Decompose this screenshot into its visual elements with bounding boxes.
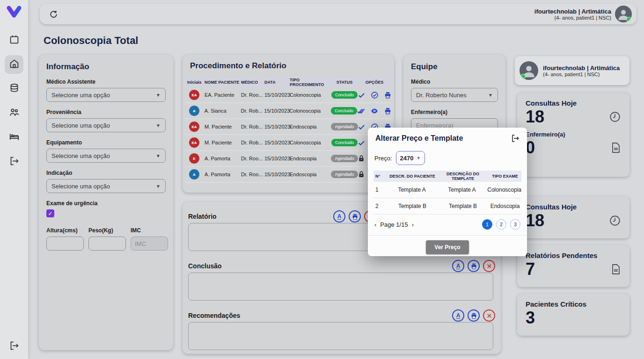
status-badge: Concluido — [331, 107, 357, 115]
eye-icon[interactable] — [370, 107, 379, 115]
relatorios-pendentes-title: Relatórios Pendentes — [526, 251, 621, 259]
medico-label: Médico — [411, 79, 498, 85]
col-descricao-template: DESCRIÇÃO DO TEMPLATE — [437, 172, 489, 181]
font-format-button[interactable]: A — [452, 309, 464, 322]
sidebar-item-database[interactable] — [5, 79, 23, 98]
app-logo-icon — [6, 6, 22, 18]
procedure-type: Colonoscopia — [290, 92, 332, 98]
info-panel: Informação Médico Assistente Selecione u… — [39, 55, 173, 350]
sidebar-bottom-logout[interactable] — [0, 341, 28, 352]
sidebar-item-logout[interactable] — [5, 152, 23, 171]
status-badge: Agendado — [331, 171, 358, 178]
pacientes-criticos-value: 3 — [526, 308, 535, 327]
imc-input — [131, 237, 168, 251]
patient-name: A. Pamorta — [204, 156, 241, 161]
stats-card-criticos: Pacientes Críticos 3 — [517, 294, 629, 336]
check-icon[interactable] — [358, 91, 366, 99]
exame-urgencia-checkbox[interactable]: ✓ — [46, 209, 54, 217]
header-user-block[interactable]: ifourtechnolab | Artimática (4- anos, pa… — [534, 6, 632, 22]
clock-icon — [609, 215, 621, 227]
print-icon[interactable] — [384, 107, 392, 115]
page-indicator: Page 1/15 — [380, 221, 408, 228]
sidebar-item-home[interactable] — [5, 55, 23, 74]
patient-name: EA. Paciente — [204, 92, 241, 98]
template-row[interactable]: 2 Template B Template B Endoscopia — [373, 198, 521, 215]
print-button[interactable] — [468, 260, 480, 272]
proveniencia-select[interactable]: Selecione uma opção ▼ — [46, 118, 166, 132]
patient-initials-avatar: EA — [189, 90, 199, 100]
lock-icon[interactable] — [358, 155, 365, 162]
pacientes-criticos-title: Pacientes Críticos — [526, 300, 621, 308]
page-button-3[interactable]: 3 — [510, 219, 520, 230]
refresh-button[interactable] — [49, 10, 58, 19]
recomendacoes-textarea[interactable] — [188, 322, 493, 350]
peso-input[interactable] — [88, 237, 126, 251]
procedure-type: Endoscopia — [290, 124, 332, 129]
preco-value: 2470 — [400, 155, 414, 162]
preco-select[interactable]: 2470 ▼ — [396, 151, 425, 165]
chevron-down-icon: ▼ — [156, 93, 161, 98]
print-button[interactable] — [468, 309, 480, 322]
ver-preco-button[interactable]: Ver Preço — [426, 240, 468, 254]
col-data: DATA — [264, 80, 290, 85]
user-card[interactable]: ifourtechnolab | Artimática (4- anos, pa… — [515, 56, 629, 85]
clear-button[interactable] — [483, 309, 495, 322]
procedures-panel: Procedimento e Relatório Iniciais NOME P… — [183, 55, 394, 193]
page-title: Colonoscopia Total — [44, 35, 138, 47]
medico-assistente-select[interactable]: Selecione uma opção ▼ — [46, 88, 166, 102]
print-icon[interactable] — [384, 91, 392, 99]
template-table-header: N° DESCR. DO PACIENTE DESCRIÇÃO DO TEMPL… — [373, 171, 521, 182]
indicacao-select[interactable]: Selecione uma opção ▼ — [46, 179, 166, 193]
document-icon — [610, 263, 621, 275]
procedures-table-header: Iniciais NOME PACIENTE MÉDICO DATA TIPO … — [185, 77, 392, 87]
modal-exit-icon[interactable] — [511, 134, 520, 143]
header-user-info: (4- anos, patient1 | NSC) — [534, 15, 611, 21]
font-format-button[interactable]: A — [452, 260, 464, 272]
procedure-date: 15/10/2023 — [264, 124, 290, 129]
template-number: 2 — [373, 203, 388, 209]
conclusao-textarea[interactable] — [188, 273, 493, 301]
col-iniciais: Iniciais — [185, 80, 204, 85]
home-icon — [9, 59, 19, 71]
relatorio-label: Relatório — [188, 213, 217, 220]
check-circle-icon[interactable] — [371, 91, 379, 99]
consultas-hoje-value: 18 — [526, 211, 544, 230]
sidebar-item-patients[interactable] — [5, 104, 23, 122]
prev-page-arrow[interactable]: ‹ — [374, 221, 376, 228]
patient-name: M. Paciente — [204, 124, 241, 129]
calendar-icon — [9, 35, 19, 46]
procedure-date: 15/10/2023 — [264, 92, 290, 98]
stats-card-top: Consultas Hoje 18 Enfermeiro(a) 0 — [517, 93, 629, 177]
altura-label: Altura(cms) — [46, 227, 84, 234]
medico-assistente-label: Médico Assistente — [46, 79, 166, 85]
status-badge: Agendado — [331, 123, 358, 130]
consultas-hoje-title: Consultas Hoje — [526, 203, 621, 211]
template-row[interactable]: 1 Template A Template A Colonoscopia — [373, 182, 521, 198]
chevron-down-icon: ▼ — [488, 93, 493, 98]
altura-input[interactable] — [46, 237, 84, 251]
patient-initials-avatar: E — [189, 153, 199, 164]
print-button[interactable] — [349, 210, 361, 223]
font-format-button[interactable]: A — [333, 210, 345, 223]
lock-icon[interactable] — [358, 171, 365, 178]
equipamento-select[interactable]: Selecione uma opção ▼ — [46, 149, 166, 163]
next-page-arrow[interactable]: › — [412, 221, 414, 228]
procedure-date: 15/10/2023 — [264, 140, 290, 145]
hospital-bed-icon — [9, 132, 19, 144]
sidebar-item-hospital-bed[interactable] — [5, 128, 23, 147]
col-nome-paciente: NOME PACIENTE — [204, 80, 241, 85]
check-icon[interactable] — [358, 123, 366, 131]
table-row: EA M. Paciente Dr. Rob... 15/10/2023 Col… — [185, 135, 392, 151]
sidebar-item-calendar[interactable] — [5, 31, 23, 50]
col-medico: MÉDICO — [241, 80, 264, 85]
check-icon[interactable] — [358, 139, 366, 147]
page-button-2[interactable]: 2 — [496, 219, 506, 230]
indicacao-value: Selecione uma opção — [51, 183, 110, 190]
triple-check-icon[interactable] — [357, 107, 365, 115]
database-icon — [9, 83, 19, 95]
col-status: STATUS — [332, 80, 357, 85]
template-patient-desc: Template B — [388, 203, 437, 209]
clear-button[interactable] — [483, 260, 495, 272]
medico-select[interactable]: Dr. Roberto Nunes ▼ — [411, 88, 498, 102]
page-button-1[interactable]: 1 — [482, 219, 492, 230]
